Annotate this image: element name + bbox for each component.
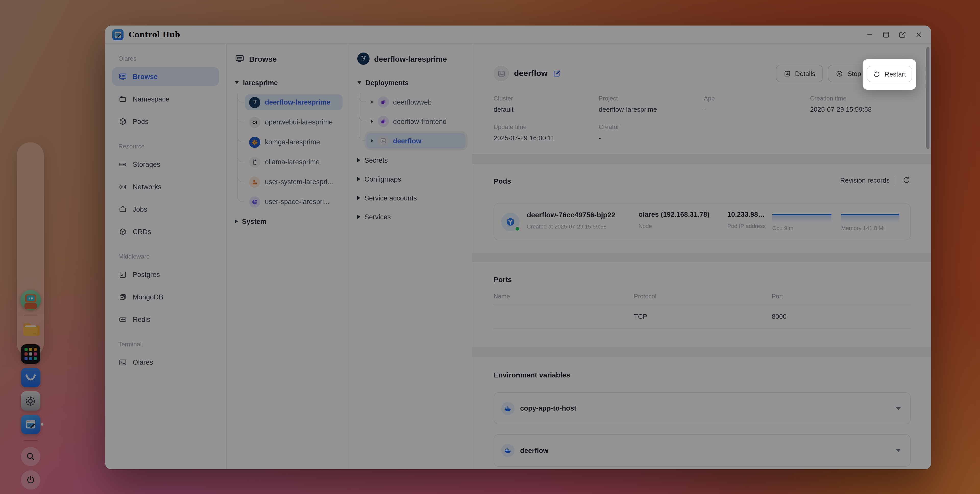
desktop: Control Hub Olares Browse Namespace [0,0,980,494]
restart-icon [873,70,880,78]
restart-button-label: Restart [885,70,906,78]
dim-overlay [0,0,980,494]
restart-spotlight: Restart [862,59,916,90]
restart-button[interactable]: Restart [867,66,912,82]
